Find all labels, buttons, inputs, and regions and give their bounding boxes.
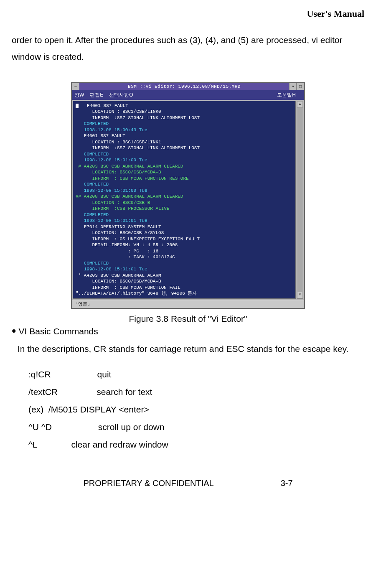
window-title: BSM ::vi Editor: 1996.12.08/MHD/15.MHD: [79, 83, 289, 90]
cmd-row: ^U ^D scroll up or down: [28, 418, 364, 436]
scroll-track[interactable]: [297, 108, 303, 292]
vi-editor-screenshot: – BSM ::vi Editor: 1996.12.08/MHD/15.MHD…: [71, 82, 305, 309]
cmd-row: :q!CR quit: [28, 366, 364, 383]
scrollbar[interactable]: ▲ ▼: [297, 101, 303, 299]
cursor-icon: [76, 104, 79, 108]
scroll-down-icon[interactable]: ▼: [297, 292, 303, 298]
footer-left: PROPRIETARY & CONFIDENTIAL: [83, 479, 213, 488]
menu-options[interactable]: 선택사항O: [109, 92, 133, 99]
menu-window[interactable]: 창W: [74, 92, 84, 99]
figure-caption: Figure 3.8 Result of "Vi Editor": [12, 314, 364, 324]
section-heading: VI Basic Commands: [19, 326, 98, 336]
menu-edit[interactable]: 편집E: [90, 92, 103, 99]
window-titlebar: – BSM ::vi Editor: 1996.12.08/MHD/15.MHD…: [72, 83, 304, 90]
bullet-icon: •: [12, 326, 16, 336]
command-list: :q!CR quit /textCR search for text (ex) …: [28, 366, 364, 453]
section-description: In the descriptions, CR stands for carri…: [18, 344, 364, 354]
scroll-up-icon[interactable]: ▲: [297, 101, 303, 108]
cmd-row: /textCR search for text: [28, 383, 364, 401]
menu-help[interactable]: 도움말H: [277, 92, 296, 99]
intro-paragraph: order to open it. After the procedures s…: [12, 32, 364, 65]
cmd-row: ^L clear and redraw window: [28, 436, 364, 453]
footer-right: 3-7: [281, 479, 293, 488]
window-min-icon[interactable]: ▾: [289, 83, 297, 90]
window-menu-icon[interactable]: –: [72, 83, 79, 90]
window-menubar: 창W 편집E 선택사항O 도움말H: [72, 90, 304, 100]
terminal-output: F4001 SS7 FAULT LOCATION : BSC1/CSB/LINK…: [76, 103, 295, 297]
page-header: User's Manual: [12, 8, 364, 19]
cmd-row: (ex) /M5015 DISPLAY <enter>: [28, 401, 364, 418]
window-max-icon[interactable]: □: [297, 83, 304, 90]
ime-status: 「영문」: [72, 300, 304, 308]
